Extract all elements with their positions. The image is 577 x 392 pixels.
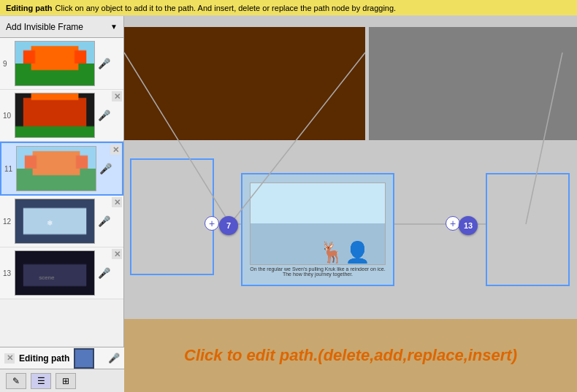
plus-node-2[interactable]: + bbox=[446, 216, 460, 231]
camera-icon: 🎤 bbox=[98, 58, 110, 69]
slide-close-button[interactable]: ✕ bbox=[112, 249, 122, 259]
list-view-button[interactable]: ☰ bbox=[31, 373, 51, 389]
slide-thumbnail bbox=[15, 250, 95, 296]
main-area: 🦌👤 On the regular we Sven's pulling Kruk… bbox=[124, 16, 577, 392]
add-invisible-frame-button[interactable]: Add Invisible Frame ▼ bbox=[0, 16, 123, 38]
slide-thumbnail bbox=[16, 146, 96, 191]
slide-item[interactable]: 13 ✕ 🎤 bbox=[0, 247, 123, 299]
edit-slide-button[interactable]: ✎ bbox=[6, 373, 26, 389]
slide-thumbnail bbox=[15, 41, 95, 86]
path-node-13[interactable]: 13 bbox=[459, 216, 478, 235]
path-node-7[interactable]: 7 bbox=[219, 216, 238, 235]
camera-icon: 🎤 bbox=[98, 267, 110, 279]
slide-number: 13 bbox=[3, 269, 11, 277]
grid-view-button[interactable]: ⊞ bbox=[56, 373, 76, 389]
slide-thumbnail bbox=[15, 93, 95, 138]
editing-path-text: Editing path bbox=[19, 353, 69, 364]
left-frame-box[interactable] bbox=[130, 158, 214, 275]
plus-node-1[interactable]: + bbox=[205, 216, 219, 231]
top-slide-right bbox=[369, 27, 577, 140]
top-bar: Editing path Click on any object to add … bbox=[0, 0, 577, 16]
right-frame-box[interactable]: These children and I fell down a hill ho… bbox=[486, 173, 570, 286]
editing-path-label: ✕ Editing path 🎤 bbox=[0, 347, 124, 369]
bottom-area: Click to edit path.(delete,add,replace,i… bbox=[124, 319, 577, 392]
slide-icons: 🎤 bbox=[98, 267, 110, 279]
slide-item[interactable]: 12 ✕ 🎤 bbox=[0, 196, 123, 247]
slide-item-active[interactable]: 11 ✕ 🎤 bbox=[0, 142, 123, 196]
editing-path-thumbnail bbox=[74, 348, 94, 369]
camera-icon: 🎤 bbox=[99, 163, 112, 174]
slide-number: 9 bbox=[3, 60, 7, 68]
slide-icons: 🎤 bbox=[98, 109, 110, 121]
top-slide-left bbox=[124, 27, 365, 140]
slide-close-button[interactable]: ✕ bbox=[112, 197, 122, 207]
camera-icon-editing: 🎤 bbox=[108, 353, 120, 364]
slide-number: 11 bbox=[4, 165, 12, 173]
editing-path-tag: Editing path bbox=[6, 4, 53, 12]
slide-thumbnail bbox=[15, 199, 95, 244]
slide-icons: 🎤 bbox=[99, 163, 112, 174]
slide-icons: 🎤 bbox=[98, 58, 110, 69]
center-frame-box[interactable]: 🦌👤 On the regular we Sven's pulling Kruk… bbox=[241, 173, 394, 286]
bottom-toolbar: ✎ ☰ ⊞ bbox=[0, 369, 124, 392]
slide-number: 10 bbox=[3, 112, 11, 120]
slide-icons: 🎤 bbox=[98, 215, 110, 227]
slide-item[interactable]: 9 🎤 bbox=[0, 38, 123, 90]
top-instruction: Click on any object to add it to the pat… bbox=[56, 4, 397, 12]
dropdown-arrow-icon[interactable]: ▼ bbox=[110, 23, 118, 31]
camera-icon: 🎤 bbox=[98, 215, 110, 227]
canvas-content: 🦌👤 On the regular we Sven's pulling Kruk… bbox=[124, 16, 577, 392]
slide-close-button[interactable]: ✕ bbox=[110, 145, 121, 155]
editing-path-close-button[interactable]: ✕ bbox=[4, 353, 15, 364]
slide-item[interactable]: 10 ✕ 🎤 bbox=[0, 90, 123, 142]
slide-number: 12 bbox=[3, 218, 11, 226]
slide-close-button[interactable]: ✕ bbox=[112, 91, 122, 101]
slide-list: 9 🎤 10 ✕ 🎤 11 ✕ 🎤 12 ✕ bbox=[0, 38, 123, 392]
camera-icon: 🎤 bbox=[98, 109, 110, 121]
add-invisible-frame-label: Add Invisible Frame bbox=[6, 22, 83, 32]
left-panel: Add Invisible Frame ▼ 9 🎤 10 ✕ 🎤 11 ✕ bbox=[0, 16, 124, 392]
bottom-edit-text: Click to edit path.(delete,add,replace,i… bbox=[184, 346, 517, 365]
